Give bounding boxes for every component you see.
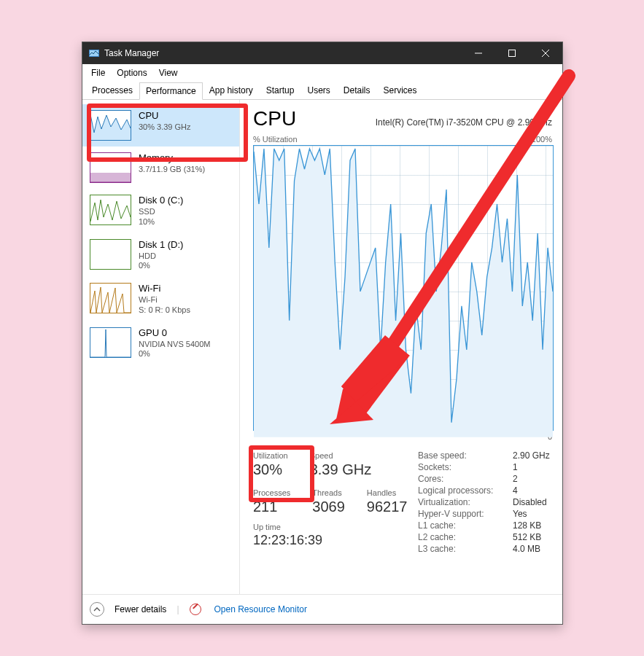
prop-val: Yes — [513, 509, 550, 519]
stat-hnd-value: 96217 — [367, 499, 408, 515]
sidebar-item-title: Disk 1 (D:) — [139, 239, 183, 250]
sidebar-item-sub: Wi-FiS: 0 R: 0 Kbps — [139, 295, 190, 316]
sidebar-item-title: Disk 0 (C:) — [139, 195, 183, 206]
sidebar-item-disk-0-c-[interactable]: Disk 0 (C:) SSD10% — [82, 189, 239, 233]
prop-key: Virtualization: — [418, 497, 498, 507]
svg-rect-3 — [509, 50, 516, 57]
cpu-chart[interactable] — [253, 145, 554, 431]
stat-thr-label: Threads — [312, 488, 345, 497]
app-icon — [88, 47, 100, 59]
prop-val: 4 — [513, 485, 550, 496]
prop-val: 2 — [513, 474, 550, 484]
prop-key: Hyper-V support: — [418, 509, 498, 519]
open-resmon-link[interactable]: Open Resource Monitor — [214, 604, 307, 614]
prop-key: L1 cache: — [418, 520, 498, 531]
axis-top-left: % Utilization — [253, 135, 298, 144]
cpu-properties: Base speed:2.90 GHzSockets:1Cores:2Logic… — [418, 450, 550, 554]
stat-speed-label: Speed — [310, 451, 371, 460]
annotation-highlight-sidebar — [87, 104, 248, 162]
tab-users[interactable]: Users — [300, 82, 336, 99]
prop-key: Cores: — [418, 474, 498, 484]
sidebar-item-sub: SSD10% — [139, 207, 183, 227]
resmon-icon — [190, 604, 201, 615]
footer: Fewer details | Open Resource Monitor — [82, 594, 562, 624]
menu-file[interactable]: File — [85, 66, 111, 80]
sidebar-item-sub: HDD0% — [139, 251, 183, 272]
prop-key: Logical processors: — [418, 485, 498, 496]
sidebar-item-sub: 3.7/11.9 GB (31%) — [139, 165, 205, 175]
tab-processes[interactable]: Processes — [85, 82, 139, 99]
axis-top-right: 100% — [532, 135, 552, 144]
prop-key: L2 cache: — [418, 532, 498, 542]
sidebar-item-title: GPU 0 — [139, 327, 210, 338]
tab-app-history[interactable]: App history — [203, 82, 260, 99]
titlebar[interactable]: Task Manager — [82, 42, 562, 64]
stat-thr-value: 3069 — [312, 499, 345, 515]
menu-options[interactable]: Options — [111, 66, 152, 80]
prop-key: L3 cache: — [418, 544, 498, 554]
prop-val: Disabled — [513, 497, 550, 507]
sidebar-item-sub: NVIDIA NVS 5400M0% — [139, 340, 210, 360]
tab-details[interactable]: Details — [337, 82, 377, 99]
sidebar-item-gpu-0[interactable]: GPU 0 NVIDIA NVS 5400M0% — [82, 321, 239, 366]
prop-key: Sockets: — [418, 462, 498, 472]
sidebar-item-wi-fi[interactable]: Wi-Fi Wi-FiS: 0 R: 0 Kbps — [82, 277, 239, 321]
page-title: CPU — [253, 107, 296, 130]
tab-startup[interactable]: Startup — [260, 82, 301, 99]
device-name: Intel(R) Core(TM) i7-3520M CPU @ 2.90GHz — [311, 117, 552, 128]
chevron-up-icon[interactable] — [90, 602, 104, 617]
window-title: Task Manager — [104, 48, 159, 58]
main-panel: CPU Intel(R) Core(TM) i7-3520M CPU @ 2.9… — [240, 100, 562, 594]
tab-services[interactable]: Services — [377, 82, 424, 99]
menu-view[interactable]: View — [153, 66, 184, 80]
tabs: Processes Performance App history Startu… — [82, 82, 562, 100]
prop-val: 128 KB — [513, 520, 550, 531]
minimize-button[interactable] — [462, 42, 495, 64]
prop-val: 512 KB — [513, 532, 550, 542]
annotation-highlight-util — [249, 445, 314, 502]
menubar: File Options View — [82, 64, 562, 82]
svg-rect-6 — [90, 173, 131, 182]
prop-val: 1 — [513, 462, 550, 472]
sidebar: CPU 30% 3.39 GHz Memory 3.7/11.9 GB (31%… — [82, 100, 240, 594]
maximize-button[interactable] — [495, 42, 529, 64]
stat-speed-value: 3.39 GHz — [310, 461, 371, 478]
prop-key: Base speed: — [418, 450, 498, 461]
stat-up-label: Up time — [253, 523, 399, 531]
close-button[interactable] — [529, 42, 562, 64]
tab-performance[interactable]: Performance — [139, 82, 203, 100]
fewer-details-link[interactable]: Fewer details — [115, 604, 166, 614]
prop-val: 2.90 GHz — [513, 450, 550, 461]
stat-hnd-label: Handles — [367, 488, 408, 497]
stat-up-value: 12:23:16:39 — [253, 533, 399, 548]
sidebar-item-disk-1-d-[interactable]: Disk 1 (D:) HDD0% — [82, 233, 239, 278]
sidebar-item-title: Wi-Fi — [139, 283, 190, 294]
prop-val: 4.0 MB — [513, 544, 550, 554]
